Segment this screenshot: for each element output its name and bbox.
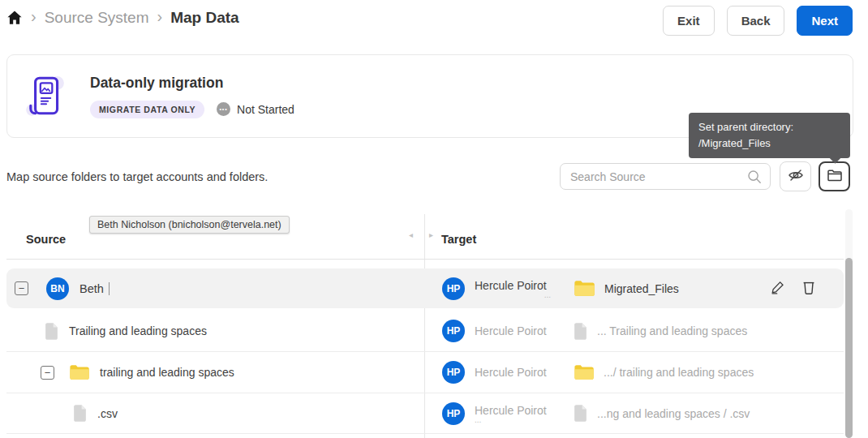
breadcrumb-current-map-data: Map Data: [170, 9, 238, 27]
folder-outline-icon: [827, 168, 843, 185]
target-path-label: .../ trailing and leading spaces: [604, 366, 754, 379]
source-file-label[interactable]: Trailing and leading spaces: [69, 324, 207, 337]
next-button[interactable]: Next: [797, 6, 853, 36]
hide-mapped-button[interactable]: [780, 161, 811, 191]
exit-button[interactable]: Exit: [663, 6, 715, 36]
search-icon: [747, 170, 762, 184]
migration-title: Data-only migration: [90, 75, 294, 92]
search-source-input[interactable]: [570, 170, 747, 183]
target-account-name: Hercule Poirot: [475, 279, 574, 292]
home-icon[interactable]: [6, 10, 23, 26]
table-row-folder[interactable]: − trailing and leading spaces HP Hercule…: [6, 352, 844, 393]
avatar-hp: HP: [442, 320, 465, 342]
collapse-toggle[interactable]: −: [15, 281, 28, 295]
eye-slash-icon: [787, 166, 805, 187]
avatar-hp: HP: [442, 277, 465, 300]
top-action-buttons: Exit Back Next: [663, 6, 853, 36]
breadcrumb-separator: ›: [31, 8, 37, 27]
search-source-box: [560, 163, 771, 190]
vertical-scrollbar-thumb[interactable]: [845, 258, 853, 438]
avatar-bn: BN: [46, 277, 69, 300]
target-account-name: Hercule Poirot: [475, 366, 574, 379]
status-not-started-icon: •••: [217, 102, 230, 116]
target-folder-label[interactable]: Migrated_Files: [604, 282, 679, 295]
breadcrumb-source-system[interactable]: Source System: [45, 9, 149, 27]
migration-type-badge: MIGRATE DATA ONLY: [90, 101, 204, 118]
back-button[interactable]: Back: [727, 6, 785, 36]
folder-icon: [574, 280, 595, 297]
edit-mapping-button[interactable]: [770, 279, 786, 298]
avatar-hp: HP: [442, 361, 465, 384]
source-file-label[interactable]: .csv: [97, 407, 118, 420]
text-cursor: [109, 282, 110, 295]
migration-card-body: Data-only migration MIGRATE DATA ONLY ••…: [90, 75, 294, 118]
target-account-name: Hercule Poirot: [475, 324, 574, 337]
target-path-label: ...ng and leading spaces / .csv: [597, 407, 750, 420]
migration-status: ••• Not Started: [217, 102, 294, 116]
breadcrumb: › Source System › Map Data: [6, 8, 239, 27]
pencil-icon: [770, 279, 786, 298]
file-icon: [574, 323, 587, 340]
tooltip-line-1: Set parent directory:: [698, 119, 840, 135]
target-path-label: ... Trailing and leading spaces: [597, 324, 747, 337]
file-icon: [73, 405, 87, 422]
pane-collapse-left-icon[interactable]: ◂: [409, 230, 413, 239]
trash-icon: [801, 279, 816, 298]
pane-collapse-right-icon[interactable]: ▸: [429, 230, 433, 239]
target-account-subtitle: ...: [475, 292, 574, 298]
folder-icon: [69, 364, 89, 380]
folder-icon: [574, 364, 594, 380]
breadcrumb-separator: ›: [157, 8, 163, 27]
file-icon: [574, 405, 587, 422]
source-user-tooltip: Beth Nicholson (bnicholson@tervela.net): [89, 216, 290, 234]
target-account-name: Hercule Poirot: [475, 404, 574, 417]
set-parent-directory-button[interactable]: [819, 161, 850, 191]
delete-mapping-button[interactable]: [801, 279, 816, 298]
target-column-header: Target: [441, 233, 476, 246]
tooltip-line-2: /Migrated_Files: [698, 135, 840, 152]
table-body: − BN Beth HP Hercule Poirot ... Migrated…: [6, 268, 844, 434]
target-account-subtitle: ...: [475, 417, 574, 423]
avatar-hp: HP: [442, 402, 465, 425]
source-account-label[interactable]: Beth: [79, 282, 104, 295]
source-folder-label[interactable]: trailing and leading spaces: [100, 366, 234, 379]
status-label: Not Started: [237, 103, 294, 116]
parent-directory-tooltip: Set parent directory: /Migrated_Files: [689, 113, 850, 158]
mapping-instruction: Map source folders to target accounts an…: [6, 170, 268, 183]
source-column-header: Source: [26, 233, 66, 246]
table-row-file[interactable]: Trailing and leading spaces HP Hercule P…: [6, 311, 844, 352]
file-icon: [45, 323, 58, 340]
table-row-account-beth[interactable]: − BN Beth HP Hercule Poirot ... Migrated…: [6, 268, 844, 308]
mapping-table: Beth Nicholson (bnicholson@tervela.net) …: [6, 208, 844, 438]
collapse-toggle[interactable]: −: [41, 366, 54, 380]
table-row-file[interactable]: .csv HP Hercule Poirot ... ...ng and lea…: [6, 393, 844, 434]
document-image-icon: [25, 74, 64, 119]
